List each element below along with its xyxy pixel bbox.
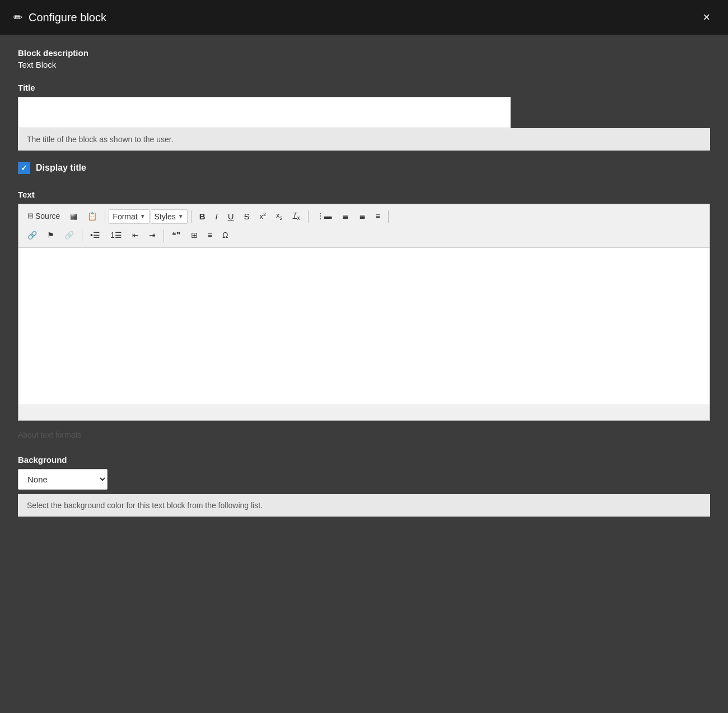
strikethrough-button[interactable]: S (240, 208, 254, 225)
blocks-icon: ▦ (70, 211, 77, 222)
italic-button[interactable]: I (211, 208, 222, 225)
indent-less-icon: ⇤ (132, 230, 139, 241)
paste-icon: 📋 (87, 211, 97, 222)
remove-format-button[interactable]: Tx (288, 208, 305, 225)
modal-header-left: ✏ Configure block (13, 11, 106, 24)
source-label: Source (35, 211, 60, 222)
display-title-row: Display title (18, 162, 710, 174)
format-dropdown[interactable]: Format ▼ (109, 209, 149, 224)
editor-content[interactable] (18, 248, 710, 405)
toolbar-row-1: ⊟ Source ▦ 📋 Format ▼ (23, 208, 705, 225)
align-center-button[interactable]: ≣ (338, 208, 353, 225)
title-input[interactable] (18, 97, 511, 128)
align-left-icon: ⋮▬ (316, 211, 332, 222)
ordered-list-button[interactable]: 1☰ (106, 227, 127, 244)
align-center-icon: ≣ (342, 211, 349, 222)
styles-dropdown[interactable]: Styles ▼ (151, 209, 188, 224)
about-formats-link[interactable]: About text formats (18, 430, 82, 439)
background-label: Background (18, 455, 710, 465)
bullet-list-button[interactable]: •☰ (86, 227, 105, 244)
align-right-icon: ≣ (359, 211, 366, 222)
align-right-button[interactable]: ≣ (354, 208, 370, 225)
blockquote-icon: ❝❞ (172, 230, 181, 241)
anchor-icon: ⚑ (47, 230, 54, 241)
format-label: Format (113, 212, 137, 221)
anchor-button[interactable]: ⚑ (43, 227, 59, 244)
align-all-icon: ≡ (208, 230, 212, 241)
table-button[interactable]: ⊞ (186, 227, 202, 244)
table-icon: ⊞ (191, 230, 198, 241)
title-hint: The title of the block as shown to the u… (18, 128, 710, 151)
subscript-button[interactable]: x2 (272, 208, 287, 224)
source-button[interactable]: ⊟ Source (23, 208, 64, 225)
editor-toolbar: ⊟ Source ▦ 📋 Format ▼ (18, 204, 710, 248)
configure-block-modal: ✏ Configure block × Block description Te… (0, 0, 728, 713)
styles-arrow: ▼ (178, 213, 184, 219)
display-title-checkbox[interactable] (18, 162, 30, 174)
toolbar-row-2: 🔗 ⚑ 🔗 •☰ (23, 227, 705, 244)
separator-3 (308, 210, 309, 223)
remove-format-icon: Tx (293, 210, 300, 222)
indent-more-icon: ⇥ (149, 230, 156, 241)
paste-button[interactable]: 📋 (83, 208, 101, 225)
format-arrow: ▼ (140, 213, 146, 219)
blocks-button[interactable]: ▦ (66, 208, 82, 225)
pencil-icon: ✏ (13, 11, 23, 24)
underline-button[interactable]: U (223, 208, 239, 225)
display-title-label: Display title (36, 163, 86, 173)
bold-button[interactable]: B (195, 208, 210, 225)
separator-6 (164, 229, 164, 242)
styles-label: Styles (155, 212, 176, 221)
link-icon: 🔗 (27, 230, 37, 241)
align-justify-button[interactable]: ≡ (371, 208, 385, 225)
editor-footer (18, 405, 710, 420)
title-label: Title (18, 83, 710, 92)
separator-5 (82, 229, 82, 242)
strikethrough-icon: S (244, 210, 250, 222)
indent-less-button[interactable]: ⇤ (128, 227, 143, 244)
bold-icon: B (199, 210, 206, 222)
text-label: Text (18, 190, 710, 199)
separator-4 (388, 210, 389, 223)
align-left-button[interactable]: ⋮▬ (312, 208, 337, 225)
italic-icon: I (215, 210, 217, 222)
align-justify-icon: ≡ (376, 211, 380, 222)
unlink-icon: 🔗 (64, 230, 74, 241)
separator-1 (105, 210, 105, 223)
block-description-value: Text Block (18, 60, 710, 69)
special-chars-icon: Ω (222, 230, 228, 241)
separator-2 (191, 210, 192, 223)
modal-body: Block description Text Block Title The t… (0, 35, 728, 713)
indent-more-button[interactable]: ⇥ (144, 227, 160, 244)
block-description-label: Block description (18, 48, 710, 58)
underline-icon: U (228, 210, 234, 222)
source-icon: ⊟ (27, 211, 34, 221)
close-button[interactable]: × (698, 9, 715, 26)
ordered-list-icon: 1☰ (110, 230, 122, 241)
background-select[interactable]: NoneWhiteLight GrayDark Gray (18, 469, 108, 490)
blockquote-button[interactable]: ❝❞ (167, 227, 185, 244)
text-editor: ⊟ Source ▦ 📋 Format ▼ (18, 204, 710, 421)
link-button[interactable]: 🔗 (23, 227, 41, 244)
background-hint: Select the background color for this tex… (18, 494, 710, 517)
unlink-button[interactable]: 🔗 (60, 227, 78, 244)
superscript-icon: x2 (260, 211, 267, 222)
bullet-list-icon: •☰ (90, 230, 100, 241)
modal-title: Configure block (29, 11, 106, 24)
special-chars-button[interactable]: Ω (218, 227, 232, 244)
subscript-icon: x2 (276, 210, 283, 222)
align-all-button[interactable]: ≡ (203, 227, 217, 244)
modal-header: ✏ Configure block × (0, 0, 728, 35)
superscript-button[interactable]: x2 (255, 208, 271, 225)
